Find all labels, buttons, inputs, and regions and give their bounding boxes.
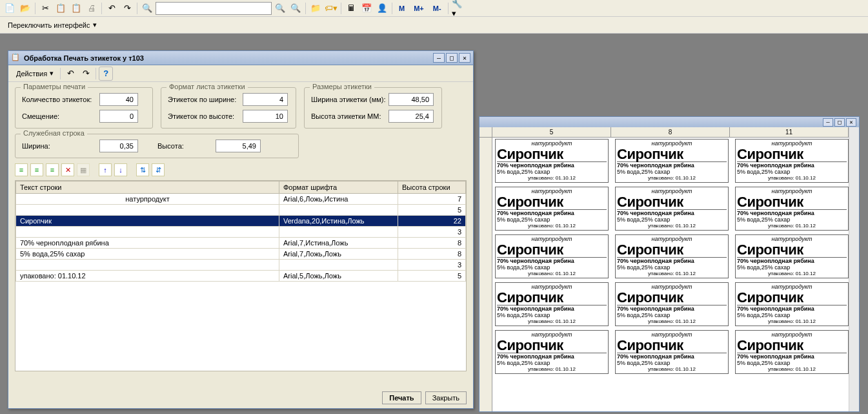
calc-icon[interactable]: 🖩 xyxy=(344,1,358,16)
calendar-icon[interactable]: 📅 xyxy=(359,1,374,16)
label-height-input[interactable] xyxy=(389,110,434,123)
sort-desc-icon[interactable]: ⇵ xyxy=(152,163,165,176)
service-height-input[interactable] xyxy=(216,140,261,152)
chevron-down-icon: ▾ xyxy=(50,69,54,78)
label-line1: 70% черноплодная рябина xyxy=(497,353,607,360)
label-line1: 70% черноплодная рябина xyxy=(617,305,727,312)
table-row[interactable]: натурпродуктArial,6,Ложь,Истина7 xyxy=(16,194,466,205)
tag-icon[interactable]: 🏷▾ xyxy=(324,1,338,16)
find-next-icon[interactable]: 🔍 xyxy=(288,1,303,16)
folder-icon[interactable]: 📁 xyxy=(308,1,323,16)
col-height: Высота строки xyxy=(398,181,466,194)
label-line1: 70% черноплодная рябина xyxy=(617,209,727,216)
close-button[interactable]: ✕ xyxy=(459,53,470,63)
sheet-height-input[interactable] xyxy=(243,110,288,123)
rows-grid[interactable]: Текст строки Формат шрифта Высота строки… xyxy=(15,180,467,371)
maximize-button[interactable]: □ xyxy=(446,53,458,63)
cut-icon[interactable]: ✂ xyxy=(38,1,52,16)
label-pack: упаковано: 01.10.12 xyxy=(737,318,847,324)
delete-row-icon[interactable]: ✕ xyxy=(61,163,74,176)
label-print-dialog: 📋 Обработка Печать этикеток у т103 — □ ✕… xyxy=(8,50,474,409)
preview-titlebar: — □ ✕ xyxy=(479,117,859,127)
label-title: Сиропчик xyxy=(497,290,607,305)
grid-empty-area xyxy=(15,282,466,371)
sheet-format-fieldset: Формат листа этикетки Этикеток по ширине… xyxy=(161,87,296,129)
ruler-mark: 8 xyxy=(611,127,730,137)
open-icon[interactable]: 📂 xyxy=(18,1,32,16)
actions-button[interactable]: Действия ▾ xyxy=(12,68,57,79)
table-row[interactable]: 70% черноплодная рябинаArial,7,Истина,Ло… xyxy=(16,238,466,249)
label-card: натурпродуктСиропчик70% черноплодная ряб… xyxy=(615,187,729,231)
table-row[interactable]: 5 xyxy=(16,205,466,216)
label-card: натурпродуктСиропчик70% черноплодная ряб… xyxy=(735,187,849,231)
labels-area: натурпродуктСиропчик70% черноплодная ряб… xyxy=(492,138,849,411)
m-plus-button[interactable]: M+ xyxy=(410,1,428,16)
add-row-icon[interactable]: ≡ xyxy=(15,163,28,176)
action-icon-1[interactable]: ↶ xyxy=(63,67,77,81)
find-icon[interactable]: 🔍 xyxy=(140,1,154,16)
qty-input[interactable] xyxy=(99,93,138,106)
chevron-down-icon: ▾ xyxy=(93,21,97,29)
paste-icon[interactable]: 📋 xyxy=(69,1,83,16)
preview-scrollbar[interactable] xyxy=(849,127,859,411)
label-line2: 5% вода,25% сахар xyxy=(737,360,847,366)
table-row[interactable]: 3 xyxy=(16,227,466,238)
preview-close-button[interactable]: ✕ xyxy=(846,118,856,127)
service-width-input[interactable] xyxy=(99,140,138,152)
copy-icon[interactable]: 📋 xyxy=(54,1,68,16)
label-width-input[interactable] xyxy=(389,93,434,106)
switch-interface-label: Переключить интерфейс xyxy=(8,21,90,29)
label-line1: 70% черноплодная рябина xyxy=(737,353,847,360)
label-line1: 70% черноплодная рябина xyxy=(737,305,847,312)
tools-icon[interactable]: 🔧▾ xyxy=(451,1,465,16)
label-title: Сиропчик xyxy=(737,147,847,161)
find-prev-icon[interactable]: 🔍 xyxy=(273,1,287,16)
copy-row-icon[interactable]: ≡ xyxy=(46,163,59,176)
label-title: Сиропчик xyxy=(737,338,847,353)
print-icon[interactable]: 🖨 xyxy=(85,1,99,16)
label-title: Сиропчик xyxy=(497,147,607,161)
print-params-fieldset: Параметры печати Количество этикеток: См… xyxy=(15,87,153,129)
label-row: натурпродуктСиропчик70% черноплодная ряб… xyxy=(495,330,849,374)
help-icon[interactable]: ? xyxy=(99,67,113,81)
move-down-icon[interactable]: ↓ xyxy=(114,163,127,176)
close-dialog-button[interactable]: Закрыть xyxy=(425,391,467,404)
cell-text xyxy=(16,260,279,271)
label-row: натурпродуктСиропчик70% черноплодная ряб… xyxy=(495,139,849,183)
new-icon[interactable]: 📄 xyxy=(3,1,17,16)
label-card: натурпродуктСиропчик70% черноплодная ряб… xyxy=(615,282,729,326)
edit-row-icon[interactable]: ≡ xyxy=(30,163,43,176)
user-icon[interactable]: 👤 xyxy=(375,1,389,16)
minimize-button[interactable]: — xyxy=(433,53,445,63)
search-input[interactable] xyxy=(156,2,272,15)
toolbar-sep xyxy=(96,68,96,79)
table-row[interactable]: упаковано: 01.10.12Arial,5,Ложь,Ложь5 xyxy=(16,271,466,282)
sort-asc-icon[interactable]: ⇅ xyxy=(136,163,149,176)
cell-text xyxy=(16,227,279,238)
redo-icon[interactable]: ↷ xyxy=(120,1,134,16)
offset-input[interactable] xyxy=(99,110,138,123)
cell-height: 8 xyxy=(398,238,466,249)
move-up-icon[interactable]: ↑ xyxy=(99,163,112,176)
dialog-toolbar: Действия ▾ ↶ ↷ ? xyxy=(8,65,473,82)
preview-minimize-button[interactable]: — xyxy=(823,118,833,127)
action-icon-2[interactable]: ↷ xyxy=(79,67,93,81)
label-pack: упаковано: 01.10.12 xyxy=(497,366,607,372)
undo-icon[interactable]: ↶ xyxy=(105,1,119,16)
print-button[interactable]: Печать xyxy=(382,391,421,404)
m-button[interactable]: M xyxy=(395,1,409,16)
disabled-icon: ▦ xyxy=(77,163,90,176)
sheet-width-input[interactable] xyxy=(243,93,288,106)
table-row[interactable]: 5% вода,25% сахарArial,7,Ложь,Ложь8 xyxy=(16,249,466,260)
switch-interface-button[interactable]: Переключить интерфейс ▾ xyxy=(3,19,102,30)
table-row[interactable]: 3 xyxy=(16,260,466,271)
label-width-label: Ширина этикетки (мм): xyxy=(311,96,389,103)
toolbar-sep xyxy=(305,3,306,14)
preview-maximize-button[interactable]: □ xyxy=(834,118,845,127)
grid-header-row: Текст строки Формат шрифта Высота строки xyxy=(16,181,466,194)
label-title: Сиропчик xyxy=(497,194,607,209)
label-line2: 5% вода,25% сахар xyxy=(737,264,847,271)
table-row[interactable]: СиропчикVerdana,20,Истина,Ложь22 xyxy=(16,216,466,227)
m-minus-button[interactable]: M- xyxy=(429,1,445,16)
label-line1: 70% черноплодная рябина xyxy=(497,209,607,216)
